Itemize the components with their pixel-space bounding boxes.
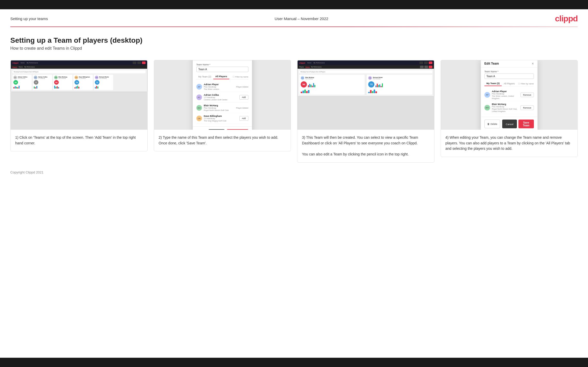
player-name-2: Blair McHarg — [204, 104, 234, 107]
edit-footer-right: Cancel Save Team — [502, 120, 534, 128]
delete-team-button[interactable]: 🗑 Delete — [484, 120, 500, 128]
mock-nav-home: Home — [21, 62, 25, 64]
player-club-0: Plus Handicap — [204, 86, 234, 88]
edit-cancel-button[interactable]: Cancel — [502, 120, 517, 128]
edit-team-name-input[interactable]: Team A — [484, 74, 534, 79]
edit-filter-label: Filter by name — [521, 82, 534, 85]
add-player-btn-1[interactable]: Add — [239, 95, 248, 100]
edit-player-club-1: Plus Handicap — [492, 106, 519, 108]
mock-team-card-1: BM Blair McHarg Plus Handicap 94 — [299, 75, 365, 95]
mock-avatar-2: AC — [34, 76, 37, 79]
mock-psub-1: Plus Handicap — [18, 78, 27, 79]
logo: clippd — [555, 14, 578, 23]
add-team-modal: Add New Team × Team Name * Team A My Tea… — [193, 60, 252, 130]
mock-player-card-4: DB Dave Billingham 1.5 Handicap 78 — [73, 75, 93, 90]
player-row-3: DB Dave Billingham 1.5 Handicap The Gog … — [196, 113, 248, 124]
header: Setting up your teams User Manual – Nove… — [0, 9, 588, 27]
mock-nav-3: clippd Home My Performance — [298, 60, 434, 65]
edit-player-list: AP Adrian Player Plus Handicap The Shire… — [484, 89, 534, 114]
player-avatar-3: DB — [196, 116, 202, 121]
mock-logo: clippd — [12, 62, 19, 64]
mock-subnav-players: Players — [12, 66, 17, 68]
cancel-button[interactable]: Cancel — [208, 129, 225, 130]
remove-player-btn-0[interactable]: Remove — [520, 92, 534, 97]
mock-subnav-3-players: Players — [299, 66, 304, 68]
mock-filter-bar-1: Showing 8 out of 8 players from: All Pla… — [12, 70, 146, 73]
mock-avatar-5: RB — [95, 76, 98, 79]
copyright-text: Copyright Clippd 2021 — [10, 170, 44, 174]
mock-subnav-1: Players Teams My Performance — [11, 65, 147, 69]
edit-player-name-1: Blair McHarg — [492, 103, 519, 106]
mock-pname-2: Adrian Coliba — [38, 76, 47, 78]
card-2-text: 2) Type the name of this Team and then s… — [154, 130, 291, 151]
player-club-3: 1.5 Handicap — [204, 117, 238, 120]
player-avatar-1: AC — [196, 94, 202, 100]
mock-nav-3-right — [419, 62, 432, 64]
page-subtitle: How to create and edit Teams in Clippd — [10, 46, 578, 51]
filter-label: Filter by name — [235, 76, 248, 78]
modal-tabs: My Team (2) All Players ☐ Filter by name — [196, 74, 248, 80]
mock-nav-btn1 — [133, 62, 136, 64]
dashboard-mock-1: clippd Home My Performance Players Teams… — [11, 60, 147, 92]
mock-subnav-reports: My Performance — [24, 66, 35, 68]
modal-body: Team Name * Team A My Team (2) All Playe… — [193, 61, 252, 126]
mock-subnav-3-right — [420, 66, 432, 68]
player-info-3: Dave Billingham 1.5 Handicap The Gog Mag… — [204, 115, 238, 122]
mock-score-2: 0 — [34, 80, 38, 85]
mock-nav-right — [133, 62, 146, 64]
edit-tab-all-players[interactable]: All Players — [502, 81, 517, 86]
team-name-input[interactable]: Team A — [196, 67, 248, 72]
filter-checkbox[interactable]: ☐ — [233, 76, 234, 78]
mock-subnav-teams: Teams — [19, 66, 23, 68]
card-4: Edit Team × Team Name * Team A My Team (… — [441, 60, 578, 157]
mock-psub-3: Plus Handicap — [58, 78, 67, 79]
field-label: Team Name * — [196, 63, 248, 66]
card-4-text: 4) When editing your Team, you can chang… — [441, 130, 578, 157]
mock-avatar-4: DB — [74, 76, 78, 79]
add-player-btn-3[interactable]: Add — [239, 116, 248, 121]
mock-pname-3: Blair McHarg — [58, 76, 67, 78]
player-name-1: Adrian Coliba — [204, 94, 238, 96]
mock-subnav-3: Players Teams My Performance — [298, 65, 434, 69]
edit-player-avatar-0: AP — [484, 92, 490, 98]
edit-tab-filter: ☐ Filter by name — [518, 82, 534, 85]
edit-player-name-0: Adrian Player — [492, 90, 519, 93]
mock-score-4: 78 — [74, 80, 79, 85]
player-sub-2: Royal North Devon Golf Club — [204, 109, 234, 111]
player-action-0: Player Added — [236, 86, 248, 88]
mock-nav-btn3 — [142, 62, 146, 64]
mock-score-3: 94 — [54, 80, 59, 85]
delete-label: Delete — [491, 123, 497, 125]
edit-modal-footer: 🗑 Delete Cancel Save Team — [481, 117, 537, 130]
tab-all-players[interactable]: All Players — [213, 74, 229, 79]
tab-filter: ☐ Filter by name — [233, 76, 248, 78]
mock-nav-1: clippd Home My Performance — [11, 60, 147, 65]
save-team-button[interactable]: Save Team — [227, 129, 248, 130]
mock-pname-4: Dave Billingham — [79, 76, 90, 78]
player-row-2: BM Blair McHarg Plus Handicap Royal Nort… — [196, 103, 248, 113]
edit-save-team-button[interactable]: Save Team — [518, 120, 534, 128]
mock-avatar-3: BM — [54, 76, 58, 79]
mock-nav-teams: My Performance — [27, 62, 38, 64]
player-info-1: Adrian Coliba 1.5 Handicap Central Londo… — [204, 94, 238, 101]
player-row-0: AP Adrian Player Plus Handicap The Shire… — [196, 82, 248, 92]
edit-tab-my-team[interactable]: My Team (2) — [484, 81, 502, 86]
mock-psub-4: 1.5 Handicap — [79, 78, 90, 79]
remove-player-btn-1[interactable]: Remove — [520, 105, 534, 110]
tab-my-team[interactable]: My Team (2) — [196, 74, 213, 79]
edit-filter-checkbox[interactable]: ☐ — [518, 82, 520, 85]
card-2: Add New Team × Team Name * Team A My Tea… — [154, 60, 291, 151]
modal-footer: Cancel Save Team — [193, 126, 252, 130]
dashboard-mock-3: clippd Home My Performance Players Teams… — [297, 60, 434, 97]
edit-modal-tabs: My Team (2) All Players ☐ Filter by name — [484, 81, 534, 86]
player-list: AP Adrian Player Plus Handicap The Shire… — [196, 82, 248, 124]
edit-player-row-1: BM Blair McHarg Plus Handicap Royal Nort… — [484, 101, 534, 114]
mock-players-grid-1: AP Adrian Collins Plus Handicap 84 — [12, 75, 146, 90]
player-club-2: Plus Handicap — [204, 107, 234, 109]
edit-modal-title: Edit Team — [484, 62, 499, 65]
edit-modal-close-icon[interactable]: × — [532, 62, 534, 65]
bottom-bar — [0, 358, 588, 367]
player-sub-3: The Gog Magog Golf Club — [204, 120, 238, 122]
player-name-0: Adrian Player — [204, 83, 234, 86]
card-1-text: 1) Click on 'Teams' at the top of the sc… — [11, 130, 147, 151]
